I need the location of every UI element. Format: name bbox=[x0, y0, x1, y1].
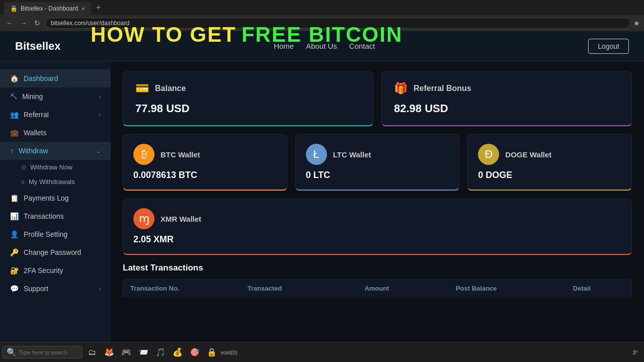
referral-icon: 👥 bbox=[10, 111, 19, 119]
taskbar-crypto-icon[interactable]: 💰 bbox=[170, 345, 185, 360]
logout-button[interactable]: Logout bbox=[588, 39, 629, 54]
2fa-icon: 🔐 bbox=[10, 266, 19, 275]
top-cards-row: 💳 Balance 77.98 USD 🎁 Referral Bonus 82.… bbox=[123, 71, 632, 126]
ltc-wallet-header: Ł LTC Wallet bbox=[306, 144, 449, 165]
doge-wallet-name: DOGE Wallet bbox=[505, 150, 551, 159]
address-bar[interactable] bbox=[45, 18, 630, 29]
referral-card-header: 🎁 Referral Bonus bbox=[394, 82, 619, 95]
new-tab-button[interactable]: + bbox=[93, 3, 104, 12]
dashboard-icon: 🏠 bbox=[10, 74, 19, 82]
xmr-wallet-name: XMR Wallet bbox=[160, 215, 201, 223]
xmr-wallet-row: ɱ XMR Wallet 2.05 XMR bbox=[123, 199, 632, 255]
sidebar-label-withdraw-now: Withdraw Now bbox=[30, 163, 72, 171]
withdraw-icon: ↑ bbox=[10, 147, 14, 155]
referral-title: Referral Bonus bbox=[414, 84, 471, 93]
back-button[interactable]: ← bbox=[4, 18, 15, 28]
active-tab[interactable]: 🔒 Bitsellex - Dashboard ✕ bbox=[4, 2, 91, 15]
ltc-wallet-card: Ł LTC Wallet 0 LTC bbox=[295, 134, 460, 191]
ltc-wallet-name: LTC Wallet bbox=[333, 150, 371, 159]
sidebar-label-2fa-security: 2FA Security bbox=[24, 266, 63, 275]
sidebar-label-mining: Mining bbox=[22, 93, 43, 101]
payments-log-icon: 📋 bbox=[10, 194, 19, 202]
sidebar-item-change-password[interactable]: 🔑 Change Password bbox=[0, 243, 111, 261]
reload-button[interactable]: ↻ bbox=[32, 18, 42, 28]
xmr-icon: ɱ bbox=[133, 208, 154, 229]
doge-wallet-header: Ð DOGE Wallet bbox=[478, 144, 621, 165]
sidebar-label-dashboard: Dashboard bbox=[24, 74, 58, 82]
sidebar-item-2fa-security[interactable]: 🔐 2FA Security bbox=[0, 261, 111, 280]
sidebar-item-my-withdrawals[interactable]: ≡ My Withdrawals bbox=[21, 174, 111, 189]
sidebar-item-profile-setting[interactable]: 👤 Profile Setting bbox=[0, 225, 111, 243]
taskbar-security-icon[interactable]: 🔒 bbox=[204, 345, 219, 360]
referral-chevron-icon: › bbox=[99, 112, 101, 118]
balance-card-header: 💳 Balance bbox=[135, 82, 361, 95]
forward-button[interactable]: → bbox=[18, 18, 29, 28]
balance-value: 77.98 USD bbox=[135, 102, 361, 115]
sidebar-item-withdraw-now[interactable]: ⊙ Withdraw Now bbox=[21, 160, 111, 174]
taskbar-mail-icon[interactable]: 📨 bbox=[136, 345, 151, 360]
main-content: 💳 Balance 77.98 USD 🎁 Referral Bonus 82.… bbox=[111, 61, 644, 362]
sidebar-label-my-withdrawals: My Withdrawals bbox=[29, 178, 75, 186]
sidebar: 🏠 Dashboard ⛏ Mining › 👥 Referral › 💼 Wa… bbox=[0, 61, 111, 362]
sidebar-item-referral[interactable]: 👥 Referral › bbox=[0, 106, 111, 124]
sidebar-item-withdraw[interactable]: ↑ Withdraw ⌄ bbox=[0, 142, 111, 160]
sidebar-item-mining[interactable]: ⛏ Mining › bbox=[0, 87, 111, 106]
nav-contact[interactable]: Contact bbox=[349, 42, 375, 50]
withdraw-now-icon: ⊙ bbox=[21, 164, 26, 171]
site-nav: Home About Us Contact bbox=[274, 42, 375, 50]
balance-card: 💳 Balance 77.98 USD bbox=[123, 71, 373, 126]
balance-title: Balance bbox=[155, 84, 186, 93]
doge-icon: Ð bbox=[478, 144, 499, 165]
tab-close-button[interactable]: ✕ bbox=[81, 6, 85, 12]
sidebar-label-change-password: Change Password bbox=[24, 248, 81, 256]
taskbar-temperature: 3° bbox=[632, 349, 638, 355]
sidebar-item-dashboard[interactable]: 🏠 Dashboard bbox=[0, 69, 111, 87]
taskbar-music-icon[interactable]: 🎵 bbox=[153, 345, 168, 360]
ltc-icon: Ł bbox=[306, 144, 327, 165]
taskbar-search-input[interactable] bbox=[19, 349, 79, 355]
sidebar-item-payments-log[interactable]: 📋 Payments Log bbox=[0, 189, 111, 207]
ltc-wallet-value: 0 LTC bbox=[306, 170, 449, 180]
col-post-balance: Post Balance bbox=[449, 280, 566, 297]
tab-title: Bitsellex - Dashboard bbox=[21, 5, 78, 12]
btc-wallet-header: ₿ BTC Wallet bbox=[133, 144, 277, 165]
btc-icon: ₿ bbox=[133, 144, 154, 165]
taskbar-search-icon: 🔍 bbox=[7, 347, 17, 357]
sidebar-label-support: Support bbox=[24, 285, 48, 293]
balance-icon: 💳 bbox=[135, 82, 149, 95]
sidebar-item-support[interactable]: 💬 Support › bbox=[0, 280, 111, 298]
nav-home[interactable]: Home bbox=[274, 42, 294, 50]
mining-chevron-icon: › bbox=[99, 94, 101, 100]
sidebar-item-wallets[interactable]: 💼 Wallets bbox=[0, 124, 111, 142]
bookmark-icon[interactable]: ★ bbox=[633, 19, 640, 27]
taskbar-game-icon[interactable]: 🎮 bbox=[119, 345, 134, 360]
taskbar-search[interactable]: 🔍 bbox=[2, 346, 83, 358]
browser-tabs: 🔒 Bitsellex - Dashboard ✕ + bbox=[0, 0, 644, 15]
tab-favicon: 🔒 bbox=[10, 5, 18, 12]
xmr-wallet-header: ɱ XMR Wallet bbox=[133, 208, 621, 229]
transactions-section: Latest Transactions Transaction No. Tran… bbox=[123, 263, 632, 297]
browser-nav: ← → ↻ ★ bbox=[0, 15, 644, 31]
sidebar-label-withdraw: Withdraw bbox=[19, 147, 48, 155]
taskbar-firefox-icon[interactable]: 🦊 bbox=[102, 345, 117, 360]
taskbar-file-explorer-icon[interactable]: 🗂 bbox=[85, 345, 100, 360]
col-amount: Amount bbox=[357, 280, 449, 297]
taskbar-wallet2-icon[interactable]: 🎯 bbox=[187, 345, 202, 360]
transactions-title: Latest Transactions bbox=[123, 263, 632, 273]
col-transaction-no: Transaction No. bbox=[123, 280, 240, 297]
taskbar-badge: void(0) bbox=[221, 345, 236, 360]
main-layout: 🏠 Dashboard ⛏ Mining › 👥 Referral › 💼 Wa… bbox=[0, 61, 644, 362]
site-header: Bitsellex Home About Us Contact Logout bbox=[0, 31, 644, 61]
referral-card: 🎁 Referral Bonus 82.98 USD bbox=[381, 71, 632, 126]
sidebar-label-profile-setting: Profile Setting bbox=[24, 230, 67, 238]
withdraw-chevron-icon: ⌄ bbox=[96, 148, 101, 154]
wallets-icon: 💼 bbox=[10, 129, 19, 137]
sidebar-label-referral: Referral bbox=[24, 111, 49, 119]
referral-bonus-icon: 🎁 bbox=[394, 82, 408, 95]
taskbar-clock: 3° bbox=[632, 349, 642, 355]
nav-about[interactable]: About Us bbox=[306, 42, 337, 50]
sidebar-item-transactions[interactable]: 📊 Transactions bbox=[0, 207, 111, 225]
col-detail: Detail bbox=[566, 280, 631, 297]
site-logo[interactable]: Bitsellex bbox=[15, 40, 61, 53]
doge-wallet-value: 0 DOGE bbox=[478, 170, 621, 180]
